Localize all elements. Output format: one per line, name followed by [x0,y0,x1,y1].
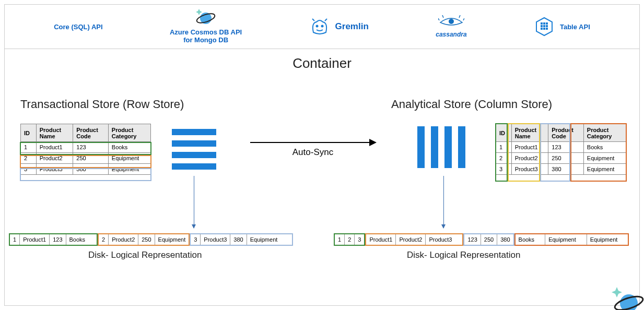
table-row: 3Product3380Equipment [21,164,151,175]
table-row: 2Product2250Equipment [21,153,151,164]
api-table: Table API [534,16,590,37]
tx-disk-label: Disk- Logical Representation [88,250,202,260]
svg-rect-7 [541,22,543,25]
column-bars-icon [417,126,465,168]
api-row: Core (SQL) API Azure Cosmos DB API for M… [5,5,639,49]
transactional-table: ID Product Name Product Code Product Cat… [20,124,151,175]
table-row: 1Product1123Books [21,142,151,153]
th-name: Product Name [36,124,73,142]
svg-rect-14 [543,28,545,30]
an-disk-col-id: 1 2 3 [334,233,365,246]
svg-rect-15 [546,28,548,30]
table-row: 2Product2250Equipment [496,153,626,164]
api-table-label: Table API [560,23,590,31]
tx-disk-strip: 1 Product1 123 Books 2 Product2 250 Equi… [9,233,293,246]
an-disk-strip: 1 2 3 Product1 Product2 Product3 123 250… [334,233,629,246]
table-row: 1Product1123Books [496,142,626,153]
svg-rect-13 [541,28,543,30]
svg-marker-18 [612,287,622,297]
table-hexagon-icon [534,16,555,37]
api-cassandra-label: cassandra [436,31,466,38]
svg-rect-8 [543,22,545,25]
container-title: Container [5,55,639,71]
an-disk-col-code: 123 250 380 [463,233,514,246]
svg-point-3 [315,25,318,28]
svg-rect-9 [546,22,548,25]
auto-sync-arrow: Auto-Sync [250,142,376,158]
api-gremlin: Gremlin [309,18,369,35]
th-id: ID [21,124,37,142]
tx-disk-row2: 2 Product2 250 Equipment [98,233,190,246]
an-down-arrow [443,176,444,228]
th-code: Product Code [73,124,109,142]
api-gremlin-label: Gremlin [335,21,369,32]
diagram-frame: Core (SQL) API Azure Cosmos DB API for M… [4,4,640,306]
svg-rect-12 [546,25,548,27]
api-core-label: Core (SQL) API [54,23,102,31]
analytical-title: Analytical Store (Column Store) [391,98,552,111]
svg-point-4 [321,25,323,28]
tx-disk-row1: 1 Product1 123 Books [9,233,98,246]
tx-disk-row3: 3 Product3 380 Equipment [190,233,293,246]
row-bars-icon [172,129,216,170]
transactional-title: Transactional Store (Row Store) [20,98,184,111]
gremlin-icon [309,18,330,35]
an-disk-col-name: Product1 Product2 Product3 [365,233,463,246]
an-disk-col-cat: Books Equipment Equipment [514,233,629,246]
th-id: ID [496,124,512,142]
api-mongo: Azure Cosmos DB API for Mongo DB [170,9,242,44]
th-cat: Product Category [108,124,150,142]
svg-rect-11 [543,25,545,27]
cosmos-planet-icon [195,9,217,27]
tx-down-arrow [194,176,194,228]
api-cassandra: cassandra [436,15,466,38]
api-core-sql: Core (SQL) API [54,23,102,31]
cosmos-planet-corner-icon [608,285,644,310]
api-mongo-label: Azure Cosmos DB API for Mongo DB [170,29,242,44]
svg-marker-2 [196,9,202,15]
svg-rect-10 [541,25,543,27]
content-area: Transactional Store (Row Store) Analytic… [5,71,639,310]
auto-sync-label: Auto-Sync [250,147,376,158]
svg-point-5 [449,19,454,24]
th-code: Product Code [548,124,584,142]
cassandra-eye-icon [438,15,464,29]
th-cat: Product Category [583,124,626,142]
analytical-table: ID Product Name Product Code Product Cat… [496,124,626,175]
th-name: Product Name [511,124,548,142]
table-row: 3Product3380Equipment [496,164,626,175]
an-disk-label: Disk- Logical Representation [407,250,520,260]
